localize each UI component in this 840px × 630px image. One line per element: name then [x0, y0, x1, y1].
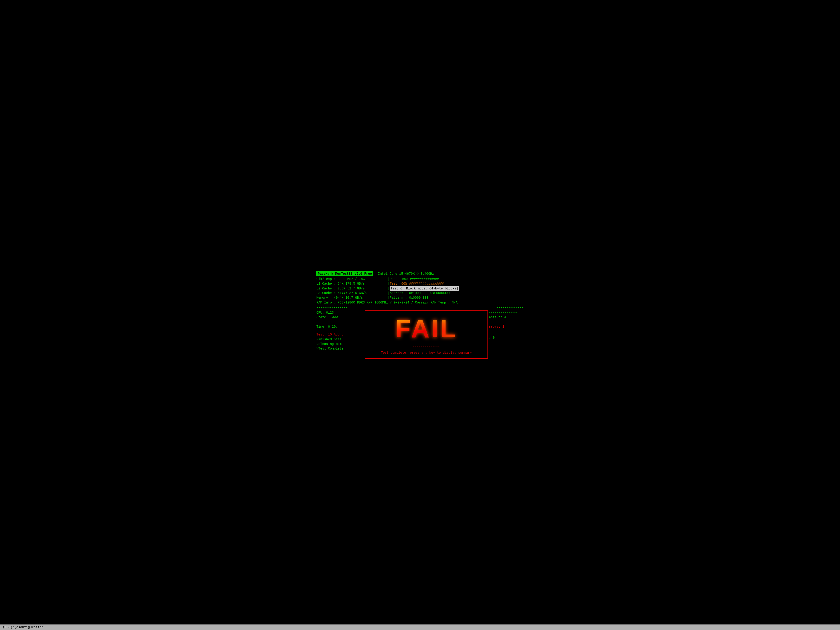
- test-name: Test 6 [Block move, 64-byte blocks]: [390, 286, 459, 291]
- memory-label: Memory : 4044M 10.7 GB/s: [316, 295, 388, 300]
- left-divider: ----------------: [316, 305, 347, 310]
- l2-cache-label: L2 Cache : 256K 52.7 GB/s: [316, 286, 388, 291]
- releasing: Releasing memo: [316, 342, 365, 346]
- clk-temp-label: Clk/Temp : 3399 MHz / 78C: [316, 277, 388, 281]
- center-spacer: [347, 305, 496, 310]
- pattern-line: Pattern : 0x00004000: [390, 295, 428, 300]
- l3-cache-line: L3 Cache : 6144K 37.6 GB/s | Address : 0…: [316, 291, 524, 295]
- ram-info-label: RAM Info : PC3-12800 DDR3 XMP 1600MHz / …: [316, 300, 458, 305]
- zero-val: : 0: [489, 335, 524, 340]
- pass-pct: [398, 277, 400, 281]
- cpu-state: CPU: 0123: [316, 310, 365, 315]
- pipe-sep5: |: [388, 295, 390, 300]
- center-divider: --------------: [413, 344, 440, 349]
- info-block: Clk/Temp : 3399 MHz / 78C | Pass 50% ###…: [316, 277, 524, 305]
- state: State: |WWW: [316, 315, 365, 320]
- fail-text: FAIL: [395, 316, 457, 341]
- center-panel: FAIL -------------- Test complete, press…: [365, 310, 488, 359]
- main-area: CPU: 0123 State: |WWW ---------------- T…: [316, 310, 524, 359]
- right-div2: ---------------: [489, 320, 524, 324]
- pipe-sep3: |: [388, 286, 390, 291]
- active: Active: 4: [489, 315, 524, 320]
- test-addr: Test: 10 Addr:: [316, 332, 365, 337]
- test-complete-label: >Test Complete: [316, 346, 365, 351]
- address-line: Address : 0x100000 - 0xC5DB0000: [390, 291, 450, 295]
- pipe-sep2: |: [388, 281, 390, 286]
- memory-line: Memory : 4044M 10.7 GB/s | Pattern : 0x0…: [316, 295, 524, 300]
- l2-cache-line: L2 Cache : 256K 52.7 GB/s | Test 6 [Bloc…: [316, 286, 524, 291]
- title-badge: PassMark MemTest86 V9.0 Free: [316, 271, 373, 276]
- test-label: Test: [390, 281, 398, 286]
- left-div1: ----------------: [316, 320, 365, 324]
- ram-info-line: RAM Info : PC3-12800 DDR3 XMP 1600MHz / …: [316, 300, 524, 305]
- pass-label: Pass: [390, 277, 398, 281]
- pipe-sep: |: [388, 277, 390, 281]
- cpu-info: Intel Core i5-4670K @ 3.40GHz: [378, 272, 434, 276]
- test-pct-val: 60% ##################: [398, 281, 444, 286]
- l1-cache-label: L1 Cache : 64K 178.5 GB/s: [316, 281, 388, 286]
- errors: rrors: 1: [489, 324, 524, 329]
- right-panel: --------------- Active: 4 --------------…: [488, 310, 524, 359]
- l1-cache-line: L1 Cache : 64K 178.5 GB/s | Test 60% ###…: [316, 281, 524, 286]
- complete-message: Test complete, press any key to display …: [379, 350, 474, 355]
- left-spacer: [316, 329, 365, 332]
- screen: PassMark MemTest86 V9.0 Free Intel Core …: [316, 271, 524, 359]
- pipe-sep4: |: [388, 291, 390, 295]
- right-spacer: [489, 329, 524, 335]
- bottom-bar: (ESC)/(c)onfiguration: [0, 624, 840, 630]
- clk-temp-line: Clk/Temp : 3399 MHz / 78C | Pass 50% ###…: [316, 277, 524, 281]
- finished: Finished pass: [316, 337, 365, 342]
- right-div1: ---------------: [489, 310, 524, 315]
- l3-cache-label: L3 Cache : 6144K 37.6 GB/s: [316, 291, 388, 295]
- bottom-bar-text: (ESC)/(c)onfiguration: [3, 625, 43, 629]
- right-divider: --------------: [496, 305, 524, 310]
- left-panel: CPU: 0123 State: |WWW ---------------- T…: [316, 310, 365, 359]
- header-row: PassMark MemTest86 V9.0 Free Intel Core …: [316, 271, 524, 276]
- time: Time: 0:20:: [316, 324, 365, 329]
- main-divider: ---------------- --------------: [316, 305, 524, 310]
- pass-pct-val: 50% ###############: [400, 277, 439, 281]
